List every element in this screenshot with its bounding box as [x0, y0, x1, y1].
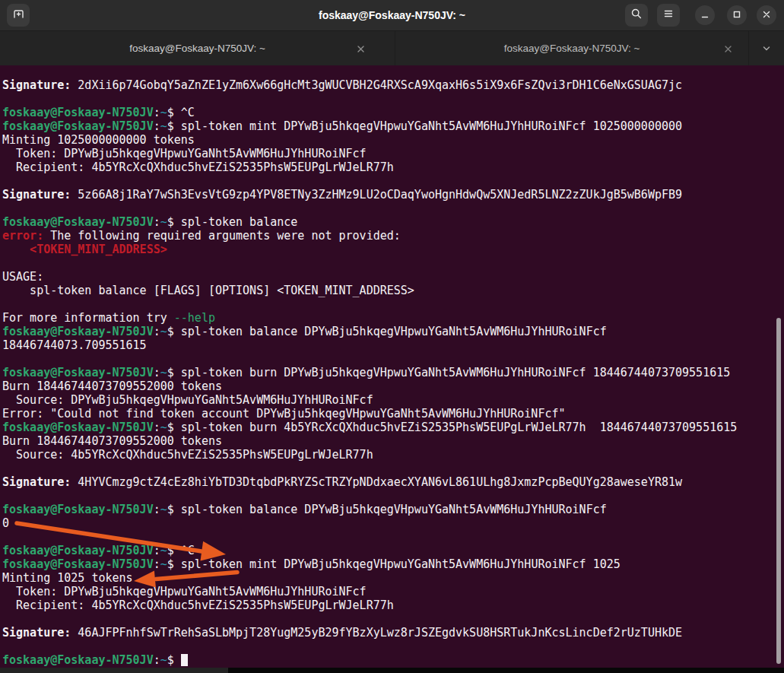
terminal-line: Source: 4b5YRcXcQXhduc5hvEZiS2535PhsW5EU… [2, 448, 784, 462]
hamburger-menu-icon [662, 8, 674, 23]
terminal-text: $ spl-token burn 4b5YRcXcQXhduc5hvEZiS25… [167, 421, 738, 434]
terminal-line: foskaay@Foskaay-N750JV:~$ ^C [2, 106, 784, 119]
search-icon [630, 8, 643, 23]
terminal-text: foskaay@Foskaay-N750JV [2, 544, 154, 557]
menu-button[interactable] [657, 4, 680, 27]
maximize-button[interactable] [727, 5, 747, 25]
terminal-text: ~ [160, 215, 167, 229]
terminal-line [2, 640, 784, 653]
headerbar: foskaay@Foskaay-N750JV: ~ [0, 0, 784, 30]
terminal-text: foskaay@Foskaay-N750JV [2, 366, 154, 379]
terminal-text: : [154, 366, 160, 379]
terminal-text: : [154, 421, 160, 434]
terminal-line: foskaay@Foskaay-N750JV:~$ spl-token mint… [2, 119, 784, 133]
terminal-line: Burn 18446744073709552000 tokens [2, 434, 784, 448]
terminal-text: $ ^C [167, 106, 195, 119]
terminal-text: foskaay@Foskaay-N750JV [2, 215, 154, 229]
search-button[interactable] [625, 4, 648, 27]
terminal-text: Burn 18446744073709552000 tokens [2, 434, 222, 448]
tab-label: foskaay@Foskaay-N750JV: ~ [129, 43, 265, 54]
terminal-line [2, 256, 784, 270]
terminal-line [2, 174, 784, 188]
terminal-line: foskaay@Foskaay-N750JV:~$ spl-token mint… [2, 557, 784, 571]
terminal-text: Recipient: 4b5YRcXcQXhduc5hvEZiS2535PhsW… [2, 598, 394, 612]
text-cursor [181, 654, 188, 666]
terminal-text: ~ [160, 325, 167, 338]
terminal-text: $ spl-token balance DPYwBju5hkqegVHpwuYG… [167, 325, 607, 338]
tab-list-dropdown[interactable] [749, 31, 784, 65]
terminal-text: Signature: [2, 78, 71, 92]
terminal-text: $ spl-token mint DPYwBju5hkqegVHpwuYGaNh… [167, 119, 682, 133]
terminal-text: The following required arguments were no… [43, 229, 401, 243]
terminal-text: : [154, 325, 160, 338]
terminal-line: Signature: 4HYVCmzg9ctZ4cEz8hiYbTD3Dtqbd… [2, 475, 784, 489]
terminal-text: ~ [160, 119, 167, 133]
terminal-text: : [154, 653, 160, 667]
terminal-text: Token: DPYwBju5hkqegVHpwuYGaNht5AvWM6HuJ… [2, 585, 367, 598]
close-icon [762, 8, 771, 22]
terminal-line: Recipient: 4b5YRcXcQXhduc5hvEZiS2535PhsW… [2, 160, 784, 174]
terminal-text: $ spl-token balance DPYwBju5hkqegVHpwuYG… [167, 503, 607, 516]
tab-close-button[interactable] [721, 42, 735, 56]
minimize-icon [700, 8, 709, 22]
terminal-text: $ ^C [167, 544, 195, 557]
minimize-button[interactable] [695, 5, 715, 25]
terminal-text: Signature: [2, 188, 71, 202]
terminal-text: Burn 18446744073709552000 tokens [2, 379, 222, 393]
terminal-line: For more information try --help [2, 311, 784, 325]
terminal-line [2, 297, 784, 311]
maximize-icon [732, 8, 741, 22]
terminal-text: --help [174, 311, 215, 325]
terminal-line [2, 462, 784, 475]
terminal-line: USAGE: [2, 270, 784, 284]
tab-bar: foskaay@Foskaay-N750JV: ~ foskaay@Foskaa… [0, 30, 784, 65]
terminal-line: Signature: 46AJFPFnhfSwTrRehSaSLbMpjT28Y… [2, 626, 784, 640]
terminal-text: Source: 4b5YRcXcQXhduc5hvEZiS2535PhsW5EU… [2, 448, 373, 462]
terminal-text: $ spl-token balance [167, 215, 298, 229]
terminal-line [2, 92, 784, 106]
terminal-line: Token: DPYwBju5hkqegVHpwuYGaNht5AvWM6HuJ… [2, 585, 784, 598]
terminal-text: 0 [2, 516, 9, 530]
terminal-text: spl-token balance [FLAGS] [OPTIONS] <TOK… [2, 284, 414, 297]
close-icon [724, 45, 732, 53]
terminal-line: Error: "Could not find token account DPY… [2, 407, 784, 421]
terminal-text: foskaay@Foskaay-N750JV [2, 421, 154, 434]
terminal-text: : [154, 557, 160, 571]
terminal-text: USAGE: [2, 270, 43, 284]
terminal-text: 2dXii6p74GobqY5aZnZE1yZm6Xw66gHcMt3gWUCV… [71, 78, 682, 92]
terminal-text: ~ [160, 653, 167, 667]
terminal-text: : [154, 503, 160, 516]
terminal-line [2, 352, 784, 366]
close-button[interactable] [757, 5, 776, 25]
terminal-line: Signature: 5z66A8j1RaY7wSh3EvsVtG9zp4YPV… [2, 188, 784, 202]
tab-terminal-2[interactable]: foskaay@Foskaay-N750JV: ~ [395, 31, 749, 65]
terminal-line: foskaay@Foskaay-N750JV:~$ spl-token burn… [2, 421, 784, 434]
terminal-text: 18446744073.709551615 [2, 338, 147, 352]
terminal-text: Source: DPYwBju5hkqegVHpwuYGaNht5AvWM6Hu… [2, 393, 373, 407]
terminal-line [2, 202, 784, 215]
terminal-text: 5z66A8j1RaY7wSh3EvsVtG9zp4YPV8ETNy3ZzHMz… [71, 188, 682, 202]
terminal-text: Minting 1025000000000 tokens [2, 133, 195, 147]
terminal-output[interactable]: Signature: 2dXii6p74GobqY5aZnZE1yZm6Xw66… [0, 65, 784, 668]
terminal-line: foskaay@Foskaay-N750JV:~$ [2, 653, 784, 667]
bottom-edge [0, 668, 784, 673]
new-tab-button[interactable] [7, 4, 30, 27]
vertical-scrollbar[interactable] [776, 318, 781, 664]
terminal-line: foskaay@Foskaay-N750JV:~$ spl-token bala… [2, 503, 784, 516]
terminal-text: $ [167, 653, 181, 667]
new-tab-icon [12, 8, 25, 24]
terminal-line: <TOKEN_MINT_ADDRESS> [2, 243, 784, 256]
terminal-line: 18446744073.709551615 [2, 338, 784, 352]
terminal-line: Minting 1025 tokens [2, 571, 784, 585]
tab-close-button[interactable] [354, 42, 367, 56]
tab-terminal-1[interactable]: foskaay@Foskaay-N750JV: ~ [0, 31, 395, 65]
close-icon [357, 45, 365, 53]
terminal-text: Token: DPYwBju5hkqegVHpwuYGaNht5AvWM6HuJ… [2, 147, 367, 160]
terminal-text: : [154, 119, 160, 133]
terminal-text: Error: "Could not find token account DPY… [2, 407, 566, 421]
terminal-line: Source: DPYwBju5hkqegVHpwuYGaNht5AvWM6Hu… [2, 393, 784, 407]
terminal-text: ~ [160, 421, 167, 434]
terminal-text: 46AJFPFnhfSwTrRehSaSLbMpjT28YugM25yB29fY… [71, 626, 682, 640]
terminal-text: foskaay@Foskaay-N750JV [2, 325, 154, 338]
terminal-text: $ spl-token burn DPYwBju5hkqegVHpwuYGaNh… [167, 366, 731, 379]
